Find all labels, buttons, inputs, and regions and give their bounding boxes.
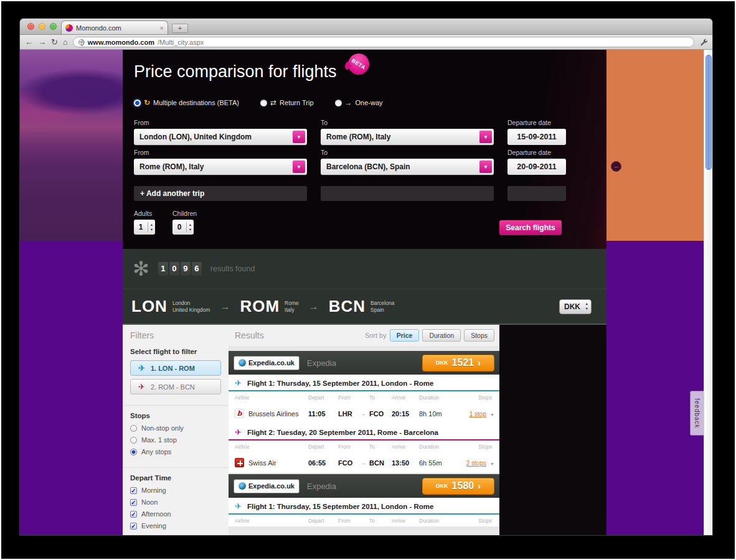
to-airport: BCN [369,454,392,472]
from-select-1[interactable]: London (LON), United Kingdom ▼ [134,129,307,145]
radio-icon[interactable] [335,100,342,106]
url-bar[interactable]: www.momondo.com /Multi_city.aspx [73,37,694,47]
stepper-arrows-icon[interactable]: ▲▼ [148,222,155,233]
caret-down-icon[interactable]: ▼ [490,462,494,466]
stops-link[interactable]: 2 stops [466,460,486,467]
checkbox-checked-icon[interactable]: ✓ [130,499,137,506]
price-button[interactable]: DKK 1521 › [422,355,494,371]
minimize-window-button[interactable] [39,23,45,30]
new-tab-button[interactable]: + [172,24,188,33]
trip-type-label: One-way [356,99,383,106]
expedia-logo: Expedia.co.uk [234,479,300,493]
tab-close-icon[interactable]: × [160,24,164,32]
results-title: Results [235,330,264,340]
empty-placeholder-box [507,186,566,201]
from-select-2[interactable]: Rome (ROM), Italy ▼ [134,159,307,175]
stops-option-any[interactable]: Any stops [130,448,222,455]
select-flight-section: Select flight to filter ✈ 1. LON - ROM ✈… [123,340,229,405]
flight-2-table: Airline Depart From To Arrive Duration S… [229,441,499,473]
arrow-icon: → [361,405,369,422]
checkbox-checked-icon[interactable]: ✓ [130,487,137,494]
close-window-button[interactable] [27,23,34,30]
to-select-2[interactable]: Barcelona (BCN), Spain ▼ [321,159,494,175]
stops-option-max1[interactable]: Max. 1 stop [130,436,222,444]
route-bar: LON LondonUnited Kingdom → ROM RomeItaly… [123,289,606,325]
result-card-2: Expedia.co.uk Expedia DKK 1580 › ✈ [229,474,499,526]
trip-type-label: Multiple destinations (BETA) [153,99,239,106]
sort-price-button[interactable]: Price [390,329,420,342]
to-label: To [321,149,494,156]
result-card-1: Expedia.co.uk Expedia DKK 1521 › ✈ [229,351,499,473]
radio-icon[interactable] [130,425,137,432]
dropdown-arrow-icon[interactable]: ▼ [479,131,492,143]
search-header: Price comparison for flights BETA ↻ Mult… [123,50,606,249]
card-body: ✈ Flight 1: Thursday, 15 September 2011,… [229,498,499,526]
dropdown-arrow-icon[interactable]: ▼ [293,131,305,143]
back-icon[interactable]: ← [25,38,33,46]
radio-selected-icon[interactable] [134,100,141,106]
forward-icon[interactable]: → [38,38,46,46]
swiss-air-logo-icon [235,458,244,467]
tab-title: Momondo.com [76,24,157,32]
stepper-arrows-icon[interactable]: ▲▼ [186,222,194,233]
browser-tab[interactable]: Momondo.com × [61,21,168,34]
checkbox-checked-icon[interactable]: ✓ [130,511,137,518]
depart-afternoon-option[interactable]: ✓ Afternoon [130,510,222,518]
add-trip-row: + Add another trip [134,186,595,201]
home-icon[interactable]: ⌂ [63,38,68,46]
children-stepper[interactable]: 0 ▲▼ [172,220,194,235]
refresh-icon[interactable]: ↻ [51,38,58,46]
trip-type-multi[interactable]: ↻ Multiple destinations (BETA) [134,99,239,106]
brussels-airlines-logo-icon: b [235,409,244,418]
feedback-tab[interactable]: feedback [690,391,704,436]
adults-stepper[interactable]: 1 ▲▼ [134,220,155,235]
depart-noon-option[interactable]: ✓ Noon [130,498,222,506]
search-flights-button[interactable]: Search flights [499,220,562,235]
depart-morning-option[interactable]: ✓ Morning [130,487,222,494]
trip-row-1: From London (LON), United Kingdom ▼ To R… [134,119,595,145]
wrench-menu-icon[interactable] [699,38,707,46]
departure-date-field-1[interactable]: 15-09-2011 [507,129,566,145]
stops-option-nonstop[interactable]: Non-stop only [130,424,222,432]
filter-flight-2-button[interactable]: ✈ 2. ROM - BCN [130,379,221,394]
empty-placeholder-box [321,186,494,201]
stops-link[interactable]: 1 stop [469,411,486,418]
browser-toolbar: ← → ↻ ⌂ www.momondo.com /Multi_city.aspx [20,35,712,50]
sort-by-label: Sort by [365,332,387,339]
url-path: /Multi_city.aspx [158,39,204,46]
remove-trip-button[interactable]: – [611,161,621,172]
sort-stops-button[interactable]: Stops [464,329,494,342]
currency-select[interactable]: DKK ▲▼ [559,299,592,314]
plane-icon: ✈ [138,383,145,391]
sort-controls: Sort by Price Duration Stops [365,329,494,342]
add-another-trip-button[interactable]: + Add another trip [134,186,307,201]
trip-type-oneway[interactable]: → One-way [335,99,383,106]
zoom-window-button[interactable] [50,23,57,30]
filter-flight-1-button[interactable]: ✈ 1. LON - ROM [130,360,221,376]
radio-icon[interactable] [260,100,267,106]
radio-icon[interactable] [130,437,137,444]
from-label: From [134,149,307,156]
dropdown-arrow-icon[interactable]: ▼ [479,161,492,173]
filters-heading: Filters [123,325,229,340]
dropdown-arrow-icon[interactable]: ▼ [293,161,305,173]
checkbox-checked-icon[interactable]: ✓ [130,523,137,530]
one-way-icon: → [345,99,352,106]
arrow-icon: → [361,454,369,472]
caret-down-icon[interactable]: ▼ [490,413,494,417]
price-button[interactable]: DKK 1580 › [422,478,494,495]
depart-evening-option[interactable]: ✓ Evening [130,522,222,530]
filters-sidebar: Filters Select flight to filter ✈ 1. LON… [123,325,229,535]
trip-type-return[interactable]: ⇄ Return Trip [260,99,313,106]
depart-time: 11:05 [308,404,338,423]
departure-date-field-2[interactable]: 20-09-2011 [507,159,566,175]
radio-selected-icon[interactable] [130,449,137,455]
expedia-globe-icon [238,359,246,366]
sort-duration-button[interactable]: Duration [422,329,461,342]
departure-date-label: Departure date [507,149,566,156]
scrollbar-thumb[interactable] [705,55,712,170]
trip-row-2: From Rome (ROM), Italy ▼ To Barcelona (B… [134,149,595,175]
to-select-1[interactable]: Rome (ROM), Italy ▼ [321,129,494,145]
plane-icon: ✈ [138,364,145,372]
page-scrollbar[interactable] [704,50,712,535]
